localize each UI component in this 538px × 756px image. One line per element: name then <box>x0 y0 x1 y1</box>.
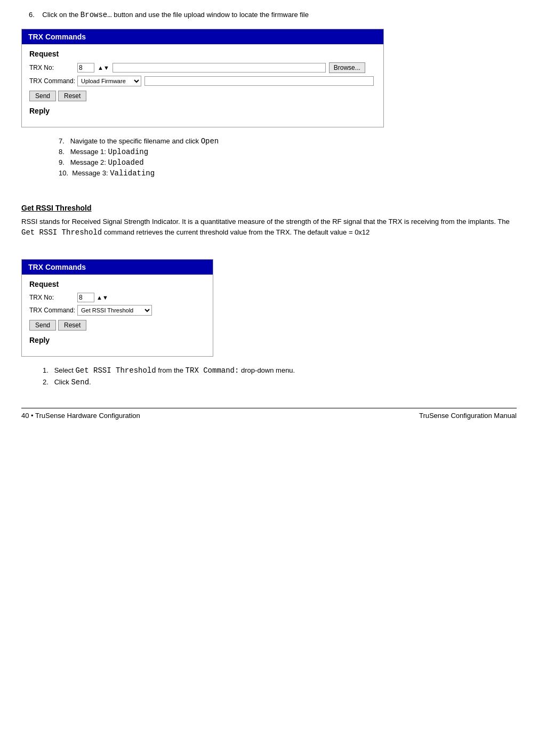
trx-no-text-field-1[interactable] <box>113 63 326 73</box>
instr-1-text1: Select <box>54 366 76 374</box>
step-8: 8. Message 1: Uploading <box>59 148 517 156</box>
instr-1-number: 1. <box>43 366 49 374</box>
instr-2-number: 2. <box>43 378 49 386</box>
browse-button-1[interactable]: Browse... <box>329 62 365 73</box>
trx-command-row-2: TRX Command: Get RSSI Threshold <box>29 305 205 316</box>
trx-command-dropdown-1[interactable]: Upload Firmware <box>77 76 141 86</box>
trx-no-arrows-1[interactable]: ▲▼ <box>98 65 109 71</box>
reply-label-1: Reply <box>29 107 376 115</box>
desc-text-2: command retrieves the current threshold … <box>102 228 370 236</box>
request-label-1: Request <box>29 50 376 58</box>
step-10-text: Message 3: <box>72 169 110 177</box>
desc-text-1: RSSI stands for Received Signal Strength… <box>21 218 510 226</box>
step-8-number: 8. <box>59 148 65 156</box>
desc-code-get-rssi: Get RSSI Threshold <box>21 228 102 237</box>
buttons-row-2: Send Reset <box>29 320 205 331</box>
section-heading-rssi: Get RSSI Threshold <box>21 204 517 212</box>
trx-command-label-1: TRX Command: <box>29 77 77 85</box>
description-rssi: RSSI stands for Received Signal Strength… <box>21 216 517 238</box>
step-8-text: Message 1: <box>70 148 108 156</box>
trx-command-dropdown-2[interactable]: Get RSSI Threshold <box>77 305 152 316</box>
step-10-number: 10. <box>59 169 68 177</box>
step-text-after-browse: button and use the file upload window to… <box>112 11 309 19</box>
trx-no-label-2: TRX No: <box>29 294 77 301</box>
instr-1-code1: Get RSSI Threshold <box>75 366 156 375</box>
trx-no-input-1[interactable] <box>77 63 94 73</box>
trx-command-label-2: TRX Command: <box>29 307 77 314</box>
trx-command-row-1: TRX Command: Upload Firmware <box>29 76 376 86</box>
reply-section-1: Reply <box>29 107 376 115</box>
footer-left: 40 • TruSense Hardware Configuration <box>21 412 140 420</box>
step-10: 10. Message 3: Validating <box>59 169 517 178</box>
trx-header-1: TRX Commands <box>22 29 383 44</box>
step-7: 7. Navigate to the specific filename and… <box>59 137 517 146</box>
instr-2-code1: Send <box>71 378 89 387</box>
step-8-code: Uploading <box>108 148 149 156</box>
trx-body-2: Request TRX No: ▲▼ TRX Command: Get RSSI… <box>22 275 213 356</box>
trx-command-extra-field-1[interactable] <box>144 76 374 86</box>
step-9-number: 9. <box>59 158 65 166</box>
instr-1-code2: TRX Command: <box>186 366 239 375</box>
step-10-code: Validating <box>110 169 155 178</box>
trx-commands-box-1: TRX Commands Request TRX No: ▲▼ Browse..… <box>21 29 384 127</box>
step-9: 9. Message 2: Uploaded <box>59 158 517 167</box>
instr-2-text1: Click <box>54 378 71 386</box>
send-button-1[interactable]: Send <box>29 91 56 101</box>
instr-1-text2: from the <box>156 366 186 374</box>
send-button-2[interactable]: Send <box>29 320 56 331</box>
trx-commands-box-2: TRX Commands Request TRX No: ▲▼ TRX Comm… <box>21 259 213 357</box>
instr-1-text3: drop-down menu. <box>239 366 295 374</box>
step-6: 6. Click on the Browse… button and use t… <box>29 11 517 19</box>
reply-label-2: Reply <box>29 336 205 344</box>
step-text-before-browse: Click on the <box>42 11 81 19</box>
reset-button-2[interactable]: Reset <box>58 320 86 331</box>
buttons-row-1: Send Reset <box>29 91 376 101</box>
trx-no-row-1: TRX No: ▲▼ Browse... <box>29 62 376 73</box>
trx-no-input-2[interactable] <box>77 293 94 302</box>
step-7-code: Open <box>201 137 219 146</box>
trx-no-arrows-2[interactable]: ▲▼ <box>97 294 108 301</box>
instructions-rssi: 1. Select Get RSSI Threshold from the TR… <box>43 366 517 387</box>
step-7-number: 7. <box>59 137 65 145</box>
step-number: 6. <box>29 11 35 19</box>
reply-section-2: Reply <box>29 336 205 344</box>
trx-header-2: TRX Commands <box>22 260 213 275</box>
step-7-text: Navigate to the specific filename and cl… <box>70 137 201 145</box>
trx-no-row-2: TRX No: ▲▼ <box>29 293 205 302</box>
instr-2-text2: . <box>89 378 91 386</box>
instruction-2: 2. Click Send. <box>43 378 517 387</box>
browse-code-text: Browse… <box>81 11 112 19</box>
footer: 40 • TruSense Hardware Configuration Tru… <box>21 408 517 420</box>
instruction-1: 1. Select Get RSSI Threshold from the TR… <box>43 366 517 375</box>
trx-no-label-1: TRX No: <box>29 64 77 71</box>
step-9-code: Uploaded <box>108 158 144 167</box>
step-9-text: Message 2: <box>70 158 108 166</box>
reset-button-1[interactable]: Reset <box>58 91 86 101</box>
footer-right: TruSense Configuration Manual <box>419 412 517 420</box>
steps-7-10: 7. Navigate to the specific filename and… <box>43 137 517 178</box>
trx-body-1: Request TRX No: ▲▼ Browse... TRX Command… <box>22 44 383 127</box>
request-label-2: Request <box>29 280 205 288</box>
